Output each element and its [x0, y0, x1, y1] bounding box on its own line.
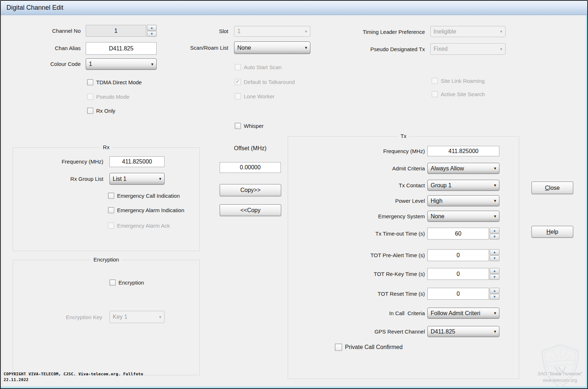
encryption-key-label: Encryption Key	[32, 314, 102, 321]
slot-value: 1	[237, 28, 303, 35]
channel-no-spinner: 1 ▲ ▼	[86, 25, 157, 37]
in-call-criteria-label: In Call Criteria	[325, 310, 425, 317]
private-call-confirmed-checkbox[interactable]	[335, 344, 342, 351]
chevron-down-icon: ▼	[493, 199, 497, 203]
channel-no-value[interactable]: 1	[86, 25, 146, 37]
in-call-criteria-value: Follow Admit Criteri	[431, 310, 492, 317]
emergency-system-value: None	[431, 213, 492, 220]
tot-rekey-up-button[interactable]: ▲	[490, 268, 499, 274]
channel-no-down-button[interactable]: ▼	[147, 31, 157, 37]
spinner-down-icon: ▼	[150, 32, 153, 36]
power-level-value: High	[431, 198, 492, 204]
title-bar[interactable]: Digital Channel Edit	[1, 1, 587, 15]
window-edge-left	[1, 15, 2, 386]
tx-timeout-spinner: 60 ▲ ▼	[427, 228, 499, 240]
tot-prealert-up-button[interactable]: ▲	[490, 249, 499, 255]
gps-revert-channel-dropdown[interactable]: D411.825 ▼	[427, 326, 499, 337]
spinner-down-icon: ▼	[493, 257, 496, 260]
chevron-down-icon: ▼	[158, 315, 162, 319]
help-button[interactable]: Help	[531, 226, 573, 238]
tot-rekey-value[interactable]: 0	[427, 268, 489, 280]
rx-only-checkbox[interactable]	[87, 108, 93, 114]
site-link-roaming-label: Site Link Roaming	[441, 78, 485, 84]
chan-alias-input[interactable]: D411.825	[86, 42, 157, 55]
chevron-down-icon: ▼	[158, 177, 162, 181]
emergency-alarm-indication-checkbox[interactable]	[108, 207, 114, 213]
chevron-down-icon: ▼	[493, 311, 497, 315]
window-title: Digital Channel Edit	[6, 4, 63, 12]
in-call-criteria-dropdown[interactable]: Follow Admit Criteri ▼	[427, 308, 499, 319]
offset-input[interactable]: 0.00000	[220, 162, 281, 173]
tx-timeout-up-button[interactable]: ▲	[490, 228, 499, 233]
rx-group-list-dropdown[interactable]: List 1 ▼	[109, 173, 165, 185]
auto-start-scan-label: Auto Start Scan	[244, 64, 282, 70]
tx-contact-value: Group 1	[431, 182, 492, 189]
spinner-up-icon: ▲	[493, 251, 496, 254]
spinner-up-icon: ▲	[150, 26, 153, 30]
close-button[interactable]: Close	[531, 182, 573, 194]
tot-reset-up-button[interactable]: ▲	[490, 288, 499, 294]
scan-roam-list-dropdown[interactable]: None ▼	[234, 41, 310, 54]
timing-leader-preference-value: Ineligible	[434, 28, 498, 35]
admit-criteria-value: Always Allow	[431, 165, 492, 172]
tot-prealert-label: TOT Pre-Alert Time (s)	[325, 252, 425, 259]
whisper-label: Whisper	[244, 123, 264, 129]
tot-reset-value[interactable]: 0	[427, 288, 489, 300]
copy-left-button[interactable]: <<Copy	[220, 204, 281, 216]
chevron-down-icon: ▼	[493, 166, 497, 170]
gps-revert-channel-label: GPS Revert Channel	[325, 328, 425, 335]
power-level-dropdown[interactable]: High ▼	[427, 195, 499, 206]
site-link-roaming-row: Site Link Roaming	[432, 78, 485, 84]
tx-frequency-input[interactable]: 411.825000	[427, 146, 499, 156]
spinner-down-icon: ▼	[493, 276, 496, 279]
copyright-line2: 22.11.2022	[4, 377, 28, 382]
emergency-alarm-indication-label: Emergency Alarm Indication	[117, 207, 184, 213]
colour-code-dropdown[interactable]: 1 ▼	[86, 58, 157, 70]
emergency-system-dropdown[interactable]: None ▼	[427, 211, 499, 222]
whisper-checkbox[interactable]	[235, 123, 241, 129]
window-edge-bottom	[1, 386, 587, 388]
encryption-label: Encryption	[118, 280, 144, 286]
pseudo-mode-row: Pseudo Mode	[87, 94, 130, 100]
rx-frequency-input[interactable]: 411.825000	[109, 156, 165, 167]
tx-contact-dropdown[interactable]: Group 1 ▼	[427, 180, 499, 191]
spinner-up-icon: ▲	[493, 289, 496, 292]
emergency-call-indication-checkbox[interactable]	[108, 193, 114, 199]
emergency-alarm-ack-row: Emergency Alarm Ack	[108, 223, 170, 229]
tx-timeout-down-button[interactable]: ▼	[490, 234, 499, 240]
tdma-direct-mode-checkbox[interactable]	[87, 79, 93, 85]
checkmark-icon: ✓	[235, 78, 240, 85]
copyright-line1: COPYRIGHT VIVA-TELECOM, CJSC. Viva-telec…	[4, 372, 143, 376]
tot-prealert-down-button[interactable]: ▼	[490, 255, 499, 261]
tot-reset-down-button[interactable]: ▼	[490, 294, 499, 300]
help-button-mnemonic: H	[547, 229, 551, 235]
chevron-down-icon: ▼	[499, 30, 503, 33]
rx-only-row: Rx Only	[87, 108, 115, 114]
lone-worker-row: Lone Worker	[235, 93, 275, 99]
tot-prealert-spinner: 0 ▲ ▼	[427, 249, 499, 261]
pseudo-designated-tx-dropdown: Fixed ▼	[430, 43, 506, 55]
tot-prealert-value[interactable]: 0	[427, 249, 489, 261]
timing-leader-preference-dropdown: Ineligible ▼	[430, 26, 506, 37]
channel-no-up-button[interactable]: ▲	[147, 25, 157, 31]
digital-channel-edit-dialog: Digital Channel Edit Channel No 1 ▲ ▼ Ch…	[0, 0, 588, 389]
tot-rekey-spinner: 0 ▲ ▼	[427, 268, 499, 280]
active-site-search-checkbox	[432, 91, 438, 97]
default-to-talkaround-checkbox: ✓	[235, 79, 241, 85]
emergency-system-label: Emergency System	[325, 213, 425, 220]
tot-rekey-label: TOT Re-Key Time (s)	[325, 270, 425, 278]
pseudo-designated-tx-value: Fixed	[434, 46, 498, 52]
tx-timeout-value[interactable]: 60	[427, 228, 489, 240]
tot-reset-spinner: 0 ▲ ▼	[427, 288, 499, 300]
tot-rekey-down-button[interactable]: ▼	[490, 274, 499, 280]
encryption-checkbox[interactable]	[109, 280, 116, 286]
copy-right-button[interactable]: Copy>>	[220, 184, 281, 196]
chevron-down-icon: ▼	[493, 214, 497, 218]
whisper-row: Whisper	[235, 123, 264, 129]
channel-no-label: Channel No	[12, 27, 81, 35]
close-button-rest: lose	[549, 185, 560, 191]
admit-criteria-dropdown[interactable]: Always Allow ▼	[427, 163, 499, 174]
watermark-company-text: ЗАО "Вива-Телеком"	[535, 371, 585, 376]
private-call-confirmed-row: Private Call Confirmed	[335, 344, 403, 351]
encryption-row: Encryption	[109, 280, 144, 286]
